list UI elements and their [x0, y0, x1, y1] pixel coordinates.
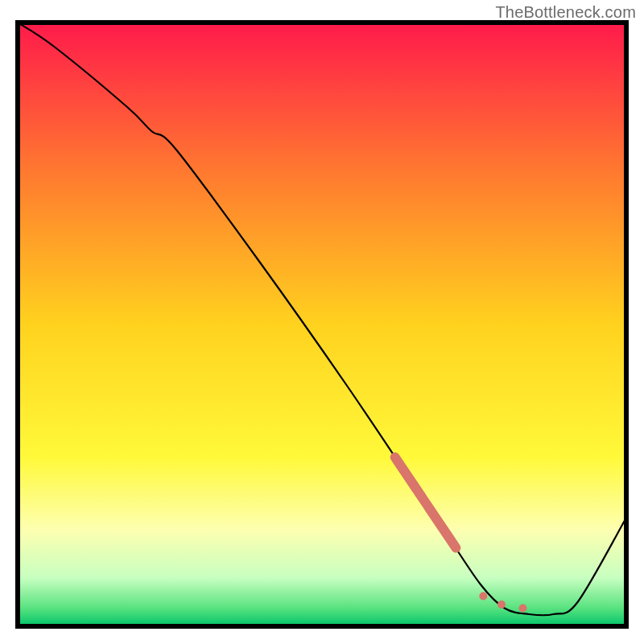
gradient-background [18, 23, 626, 626]
highlight-dot [479, 592, 487, 601]
highlight-dot [518, 605, 526, 613]
bottleneck-chart [6, 19, 638, 638]
highlight-dot [497, 601, 506, 609]
chart-container: TheBottleneck.com [0, 0, 644, 644]
